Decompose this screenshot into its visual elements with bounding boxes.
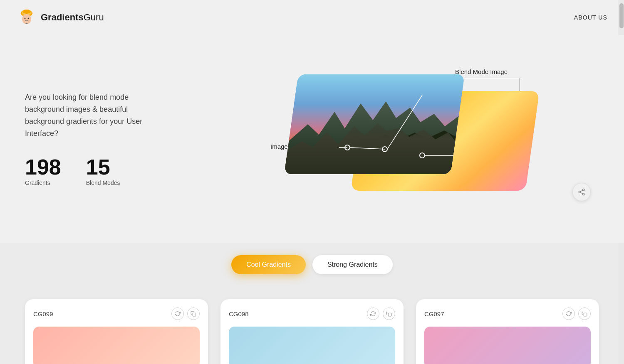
svg-point-5: [28, 18, 29, 19]
stat-gradients-number: 198: [25, 156, 61, 178]
card-cg097-id: CG097: [424, 310, 444, 317]
card-cg099-refresh-btn[interactable]: [171, 307, 184, 320]
mountain-illustration: [284, 74, 465, 174]
blend-mode-connector-line: [462, 78, 520, 78]
svg-point-3: [22, 14, 31, 24]
copy-icon: [582, 311, 587, 317]
card-cg099-id: CG099: [33, 310, 53, 317]
logo-icon: [17, 7, 37, 27]
nav-about-link[interactable]: ABOUT US: [574, 14, 607, 21]
scrollbar-thumb[interactable]: [619, 3, 624, 28]
card-cg098: CG098: [220, 299, 404, 364]
svg-point-20: [579, 191, 581, 193]
copy-icon: [191, 311, 196, 317]
card-cg098-copy-btn[interactable]: [383, 307, 395, 320]
card-cg098-actions: [367, 307, 395, 320]
hero-left: Are you looking for blend mode backgroun…: [25, 91, 200, 186]
svg-rect-24: [193, 313, 196, 316]
card-cg097-gradient: [424, 327, 591, 364]
svg-point-4: [25, 18, 26, 19]
card-cg098-id: CG098: [229, 310, 249, 317]
logo-text: GradientsGuru: [41, 12, 104, 23]
stat-gradients-label: Gradients: [25, 180, 61, 186]
refresh-icon: [370, 311, 376, 317]
card-cg097-actions: [562, 307, 591, 320]
share-button[interactable]: [572, 183, 591, 201]
main-nav: ABOUT US: [574, 14, 607, 21]
header: GradientsGuru ABOUT US: [0, 0, 624, 35]
card-cg099-gradient: [33, 327, 200, 364]
cards-section: CG099: [0, 283, 624, 364]
stat-blend-modes: 15 Blend Modes: [86, 156, 120, 186]
svg-rect-25: [388, 313, 391, 316]
stat-blend-modes-label: Blend Modes: [86, 180, 120, 186]
label-blend-mode: Blend Mode Image: [455, 68, 508, 75]
card-cg097-header: CG097: [424, 307, 591, 320]
svg-point-19: [582, 189, 584, 191]
tab-cool-gradients[interactable]: Cool Gradients: [231, 255, 306, 274]
logo-area: GradientsGuru: [17, 7, 104, 27]
card-cg099-actions: [171, 307, 200, 320]
card-cg097-copy-btn[interactable]: [578, 307, 591, 320]
tab-strong-gradients[interactable]: Strong Gradients: [312, 255, 393, 274]
hero-section: Are you looking for blend mode backgroun…: [0, 35, 624, 243]
illustration-container: Blend Mode Image Image Gradient: [258, 66, 541, 212]
hero-tagline: Are you looking for blend mode backgroun…: [25, 91, 158, 139]
tabs-section: Cool Gradients Strong Gradients: [0, 243, 624, 283]
copy-icon: [386, 311, 392, 317]
share-icon: [578, 188, 585, 196]
svg-line-23: [580, 190, 582, 192]
hero-right: Blend Mode Image Image Gradient: [200, 60, 599, 218]
refresh-icon: [566, 311, 572, 317]
card-cg097: CG097: [416, 299, 599, 364]
refresh-icon: [175, 311, 181, 317]
svg-marker-11: [409, 147, 418, 174]
card-cg099-copy-btn[interactable]: [187, 307, 200, 320]
stat-gradients: 198 Gradients: [25, 156, 61, 186]
svg-line-22: [580, 192, 582, 194]
card-cg098-header: CG098: [229, 307, 395, 320]
card-cg099-header: CG099: [33, 307, 200, 320]
label-image: Image: [270, 143, 288, 150]
svg-marker-10: [322, 148, 330, 174]
card-cg098-refresh-btn[interactable]: [367, 307, 379, 320]
card-cg097-refresh-btn[interactable]: [562, 307, 575, 320]
image-layer: [284, 74, 465, 174]
svg-marker-9: [305, 151, 312, 174]
svg-point-21: [582, 193, 584, 195]
card-cg099: CG099: [25, 299, 208, 364]
cards-grid: CG099: [25, 299, 599, 364]
hero-stats: 198 Gradients 15 Blend Modes: [25, 156, 183, 186]
stat-blend-modes-number: 15: [86, 156, 120, 178]
svg-point-2: [22, 10, 31, 14]
svg-rect-26: [584, 313, 587, 316]
card-cg098-gradient: [229, 327, 395, 364]
